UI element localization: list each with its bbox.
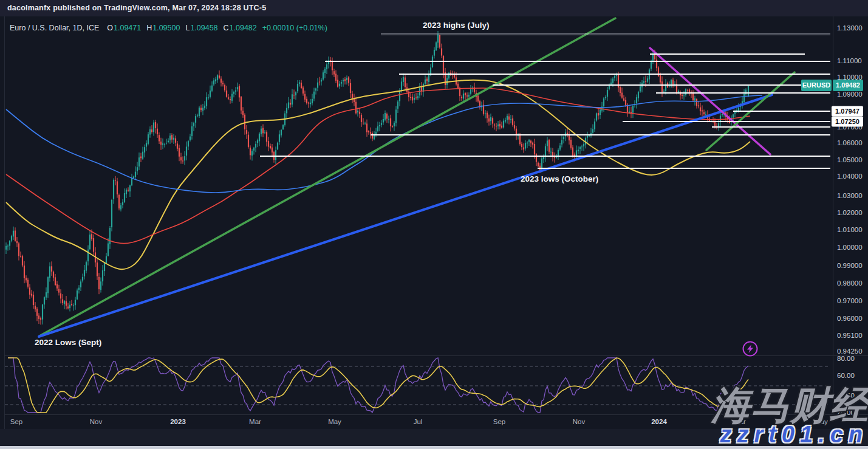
tradingview-published-chart: dacolmanfx published on TradingView.com,… [0, 0, 868, 449]
pane-separator[interactable] [4, 355, 868, 356]
ohlc-low: L1.09458 [185, 24, 217, 32]
time-axis[interactable] [5, 415, 833, 429]
publish-info: dacolmanfx published on TradingView.com,… [7, 4, 266, 12]
pane-left-border [4, 16, 5, 430]
symbol-title: Euro / U.S. Dollar, 1D, ICE [10, 24, 99, 32]
symbol-flag-price: 1.09482 [833, 80, 863, 91]
lightning-icon [742, 340, 759, 357]
change-value: +0.00010 (+0.01%) [262, 24, 327, 32]
last-price-flag: EURUSD 1.09482 [801, 80, 863, 91]
price-axis[interactable] [833, 17, 868, 414]
ohlc-open: O1.09471 [107, 24, 141, 32]
chart-legend[interactable]: Euro / U.S. Dollar, 1D, ICE O1.09471 H1.… [10, 23, 327, 33]
boost-button[interactable] [742, 340, 759, 357]
price-level-flag: 1.07947 [832, 106, 863, 117]
symbol-flag-label: EURUSD [801, 80, 832, 91]
price-level-flag: 1.07250 [832, 117, 863, 127]
publish-bar: dacolmanfx published on TradingView.com,… [0, 0, 868, 16]
watermark-site-url: zzrt01.cn [720, 422, 868, 448]
ohlc-high: H1.09500 [146, 24, 180, 32]
ohlc-close: C1.09482 [224, 24, 257, 32]
